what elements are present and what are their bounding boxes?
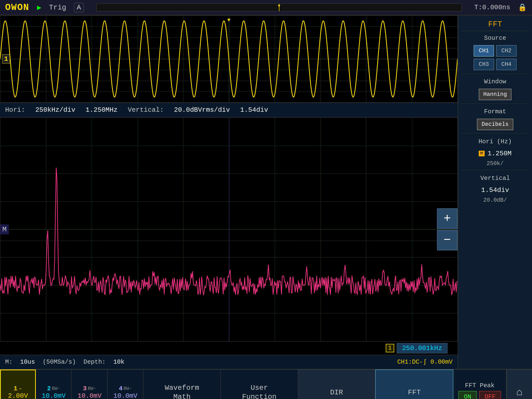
zoom-plus-button[interactable]: + [437,208,457,229]
hori-sub-value: 250k/ [461,160,529,167]
ch1-value: 2.00V [8,392,28,399]
waveform-math-label1: Waveform [165,384,199,392]
ch1-status: CH1:DC-∫ 0.00mV [397,359,453,365]
ch2-num: 2 [47,385,51,392]
main-container: 1 ▼ Hori: 250kHz/div 1.250MHz Vertical: … [0,15,532,369]
trigger-top-arrow: ▼ [227,17,230,23]
top-timeline: ▼ [97,4,461,11]
fft-display: M + − [0,117,458,341]
format-buttons-row: Decibels [461,119,529,130]
waveform-top: 1 ▼ [0,15,458,103]
top-bar: OWON ▶ Trig A ▼ T:0.000ns 🔒 [0,0,532,15]
hori-label: Hori: [5,106,25,114]
ch1-toolbar-button[interactable]: 1 - 2.00V [0,370,36,399]
decibels-button[interactable]: Decibels [477,119,513,130]
freq-value-display: 250.001kHz [397,343,447,353]
sine-wave-svg [0,16,457,102]
hori-main-value: 1.250M [488,149,512,158]
ch1-dash: - [18,385,22,392]
m-status-label: M: [5,359,13,365]
play-button[interactable]: ▶ [37,3,41,12]
source-buttons-row1: CH1 CH2 [461,45,529,57]
ch1-source-button[interactable]: CH1 [474,45,494,57]
user-function-label1: User [251,384,268,392]
divider2 [461,103,529,104]
lock-icon: 🔒 [518,3,527,12]
info-bar: Hori: 250kHz/div 1.250MHz Vertical: 20.0… [0,103,458,117]
vertical-value: 20.0dBVrms/div [174,106,230,114]
zoom-minus-button[interactable]: − [437,230,457,250]
time-display: T:0.000ns [474,4,510,11]
status-bar: M: 10us (50MSa/s) Depth: 10k CH1:DC-∫ 0.… [0,355,458,369]
trig-mode: A [74,3,84,12]
window-buttons-row: Hanning [461,89,529,100]
ch2-source-button[interactable]: CH2 [496,45,517,57]
trigger-marker-top: ▼ [278,4,280,8]
ch4-value: 10.0mV [113,392,138,399]
hori-freq: 1.250MHz [86,106,118,114]
freq-marker-num: 1 [386,344,394,352]
dir-button[interactable]: DIR [298,370,375,399]
fft-peak-on-button[interactable]: ON [458,391,477,399]
ch1-num: 1 [14,385,17,392]
fft-button[interactable]: FFT [375,370,453,399]
fft-wave-svg [0,118,457,341]
ch3-num: 3 [83,385,87,392]
source-buttons-row2: CH3 CH4 [461,59,529,70]
fft-peak-label: FFT Peak [465,382,494,389]
freq-marker: 1 250.001kHz [386,343,447,353]
ch2-value: 10.0mV [42,392,66,399]
fft-peak-off-button[interactable]: OFF [479,391,501,399]
ch2-bw-label: BW- [52,386,60,391]
user-function-button[interactable]: User Function [221,370,298,399]
hanning-button[interactable]: Hanning [479,89,512,100]
freq-bar: 1 250.001kHz [0,341,458,355]
m-status-value: 10us [20,359,35,365]
panel-title: FFT [461,18,529,31]
window-label: Window [461,77,529,87]
m-indicator: M [479,151,485,156]
fft-label: FFT [408,388,421,396]
hori-hz-label: Hori (Hz) [461,137,529,147]
trig-label: Trig [49,4,66,12]
fft-peak-group: FFT Peak ON OFF [453,370,506,399]
format-label: Format [461,107,529,117]
waveform-math-label2: Math [173,393,191,399]
fft-peak-row: ON OFF [458,391,501,399]
ch3-toolbar-button[interactable]: 3 BW- 10.0mV [72,370,108,399]
ch3-bw-label: BW- [88,386,96,391]
scope-area: 1 ▼ Hori: 250kHz/div 1.250MHz Vertical: … [0,15,458,369]
ch4-bw-label: BW- [124,386,132,391]
divider4 [461,170,529,170]
waveform-math-button[interactable]: Waveform Math [143,370,221,399]
depth-value: 10k [113,359,124,365]
zoom-buttons: + − [437,208,457,250]
dashed-line [0,241,457,241]
vertical-div: 1.54div [240,106,268,114]
sample-rate: (50MSa/s) [43,359,76,365]
user-function-label2: Function [242,393,276,399]
home-button[interactable]: ⌂ [506,370,532,399]
vertical-label: Vertical: [128,106,164,114]
source-label: Source [461,33,529,43]
vertical-panel-label: Vertical [461,173,529,183]
hori-value: 250kHz/div [35,106,75,114]
ch4-source-button[interactable]: CH4 [496,59,517,70]
dir-label: DIR [330,388,343,396]
vertical-db-value: 20.0dB/ [461,197,529,203]
hori-hz-row: M 1.250M [461,149,529,158]
ch3-value: 10.0mV [78,392,102,399]
divider1 [461,73,529,74]
vertical-div-value: 1.54div [461,185,529,195]
ch2-toolbar-button[interactable]: 2 BW- 10.0mV [36,370,72,399]
owon-logo: OWON [5,2,29,13]
bottom-toolbar: 1 - 2.00V 2 BW- 10.0mV 3 BW- 10.0mV 4 BW… [0,369,532,399]
home-icon: ⌂ [516,387,523,398]
ch4-num: 4 [119,385,122,392]
ch4-toolbar-button[interactable]: 4 BW- 10.0mV [108,370,143,399]
m-label: M [0,224,9,234]
divider3 [461,133,529,134]
ch3-source-button[interactable]: CH3 [474,59,494,70]
right-panel: FFT Source CH1 CH2 CH3 CH4 Window Hannin… [458,15,532,369]
depth-label: Depth: [84,359,106,365]
